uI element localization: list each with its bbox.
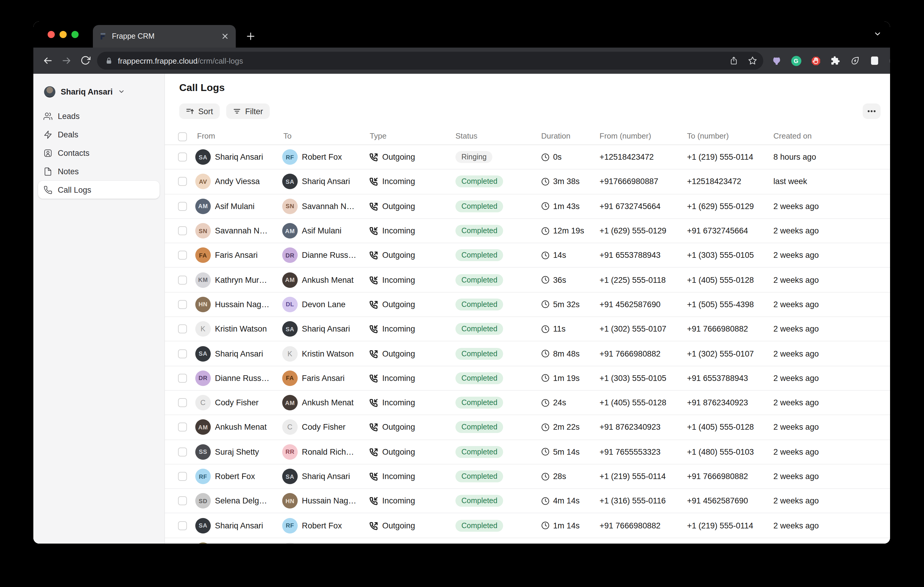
table-row[interactable]: C Cody Fisher AM Ankush Menat Incoming C… bbox=[165, 391, 890, 415]
row-checkbox[interactable] bbox=[178, 251, 187, 260]
row-checkbox[interactable] bbox=[178, 324, 187, 333]
outgoing-call-icon bbox=[369, 202, 378, 210]
forward-icon[interactable] bbox=[61, 55, 72, 66]
to-number: +1 (219) 555-0114 bbox=[687, 153, 753, 161]
to-avatar: AM bbox=[282, 395, 298, 410]
clock-icon bbox=[541, 497, 549, 505]
from-number: +917666980887 bbox=[599, 177, 658, 186]
kebab-horizontal-icon bbox=[868, 110, 876, 112]
table-row[interactable]: SA Shariq Ansari RF Robert Fox Outgoing … bbox=[165, 513, 890, 538]
sidebar-item-contacts[interactable]: Contacts bbox=[38, 144, 160, 162]
table-row[interactable]: KM Kathryn Mur… AM Ankush Menat Incoming… bbox=[165, 268, 890, 293]
sidebar-nav: LeadsDealsContactsNotesCall Logs bbox=[38, 107, 160, 199]
desktop: Frappe CRM bbox=[0, 0, 924, 587]
clock-icon bbox=[541, 423, 549, 431]
table-row[interactable]: AM Asif Mulani SN Savannah N… Outgoing C… bbox=[165, 194, 890, 219]
row-checkbox[interactable] bbox=[178, 177, 187, 186]
table-row[interactable]: SD Selena Delg… HN Hussain Nag… Incoming… bbox=[165, 489, 890, 513]
created-on: 2 weeks ago bbox=[773, 472, 819, 481]
table-row-partial[interactable] bbox=[165, 538, 890, 544]
clock-icon bbox=[541, 227, 549, 235]
row-checkbox[interactable] bbox=[178, 226, 187, 235]
call-duration: 36s bbox=[541, 275, 566, 284]
github-extension-icon[interactable] bbox=[771, 55, 782, 67]
extensions-puzzle-icon[interactable] bbox=[829, 55, 841, 67]
traffic-light-close-button[interactable] bbox=[48, 31, 55, 38]
row-checkbox[interactable] bbox=[178, 497, 187, 505]
grammarly-extension-icon[interactable]: G bbox=[790, 55, 802, 67]
reload-icon[interactable] bbox=[80, 55, 91, 66]
from-number: +91 4562587690 bbox=[599, 300, 660, 309]
row-checkbox[interactable] bbox=[178, 521, 187, 530]
from-name: Robert Fox bbox=[215, 472, 255, 481]
traffic-light-minimize-button[interactable] bbox=[59, 31, 67, 38]
more-options-button[interactable] bbox=[863, 104, 881, 119]
filter-button[interactable]: Filter bbox=[226, 104, 270, 119]
sort-icon bbox=[186, 107, 194, 115]
row-checkbox[interactable] bbox=[178, 423, 187, 432]
table-row[interactable]: AV Andy Viessa SA Shariq Ansari Incoming… bbox=[165, 170, 890, 194]
call-type: Incoming bbox=[369, 275, 415, 284]
profile-avatar[interactable] bbox=[888, 55, 890, 67]
back-icon[interactable] bbox=[42, 55, 53, 66]
leaf-extension-icon[interactable] bbox=[849, 55, 861, 67]
row-checkbox[interactable] bbox=[178, 300, 187, 309]
favicon bbox=[99, 32, 107, 40]
bookmark-star-icon[interactable] bbox=[748, 56, 757, 66]
sort-button[interactable]: Sort bbox=[179, 104, 220, 119]
from-name: Savannah N… bbox=[215, 226, 267, 235]
to-avatar: RF bbox=[282, 149, 298, 165]
row-checkbox[interactable] bbox=[178, 374, 187, 383]
share-icon[interactable] bbox=[729, 56, 738, 66]
traffic-light-zoom-button[interactable] bbox=[71, 31, 79, 38]
call-type: Outgoing bbox=[369, 153, 415, 161]
from-avatar bbox=[195, 543, 211, 544]
tab-search-chevron-icon[interactable] bbox=[873, 30, 882, 38]
sidebar-item-deals[interactable]: Deals bbox=[38, 125, 160, 143]
from-name: Cody Fisher bbox=[215, 398, 259, 407]
user-name: Shariq Ansari bbox=[61, 87, 113, 96]
row-checkbox[interactable] bbox=[178, 202, 187, 210]
table-row[interactable]: DR Dianne Russ… FA Faris Ansari Incoming… bbox=[165, 366, 890, 391]
row-checkbox[interactable] bbox=[178, 447, 187, 456]
incoming-call-icon bbox=[369, 472, 378, 481]
side-panel-icon[interactable] bbox=[869, 55, 881, 67]
table-row[interactable]: FA Faris Ansari DR Dianne Russ… Outgoing… bbox=[165, 243, 890, 268]
from-name: Shariq Ansari bbox=[215, 521, 263, 530]
select-all-checkbox[interactable] bbox=[178, 132, 187, 141]
to-number: +1 (480) 555-0103 bbox=[687, 447, 754, 456]
from-name: Suraj Shetty bbox=[215, 447, 259, 456]
table-row[interactable]: SS Suraj Shetty RR Ronald Rich… Outgoing… bbox=[165, 440, 890, 464]
row-checkbox[interactable] bbox=[178, 153, 187, 161]
table-row[interactable]: K Kristin Watson SA Shariq Ansari Incomi… bbox=[165, 317, 890, 342]
table-row[interactable]: SA Shariq Ansari K Kristin Watson Outgoi… bbox=[165, 342, 890, 367]
table-row[interactable]: SA Shariq Ansari RF Robert Fox Outgoing … bbox=[165, 145, 890, 170]
table-row[interactable]: HN Hussain Nag… DL Devon Lane Outgoing C… bbox=[165, 293, 890, 317]
browser-toolbar: frappecrm.frappe.cloud/crm/call-logs G bbox=[33, 48, 890, 74]
url-bar[interactable]: frappecrm.frappe.cloud/crm/call-logs bbox=[97, 52, 763, 69]
table-row[interactable]: SN Savannah N… AM Asif Mulani Incoming C… bbox=[165, 219, 890, 243]
adblock-extension-icon[interactable] bbox=[810, 55, 822, 67]
sidebar-item-label: Deals bbox=[58, 130, 78, 139]
tab-close-icon[interactable] bbox=[220, 31, 230, 41]
sidebar-item-call-logs[interactable]: Call Logs bbox=[38, 181, 160, 199]
row-checkbox[interactable] bbox=[178, 349, 187, 358]
call-duration: 28s bbox=[541, 472, 566, 481]
sidebar-item-leads[interactable]: Leads bbox=[38, 107, 160, 125]
clock-icon bbox=[541, 276, 549, 284]
from-number: +91 6732745664 bbox=[599, 202, 660, 210]
browser-tab[interactable]: Frappe CRM bbox=[93, 25, 236, 48]
new-tab-icon[interactable] bbox=[243, 28, 258, 44]
table-row[interactable]: AM Ankush Menat C Cody Fisher Outgoing C… bbox=[165, 415, 890, 440]
row-checkbox[interactable] bbox=[178, 275, 187, 284]
extensions-row: G bbox=[771, 48, 890, 74]
user-menu[interactable]: Shariq Ansari bbox=[44, 83, 158, 100]
sidebar-item-notes[interactable]: Notes bbox=[38, 162, 160, 180]
row-checkbox[interactable] bbox=[178, 398, 187, 407]
row-checkbox[interactable] bbox=[178, 472, 187, 481]
table-row[interactable]: RF Robert Fox SA Shariq Ansari Incoming … bbox=[165, 464, 890, 489]
from-avatar: SN bbox=[195, 223, 211, 238]
created-on: 2 weeks ago bbox=[773, 300, 819, 309]
from-avatar: DR bbox=[195, 370, 211, 386]
to-name: Cody Fisher bbox=[302, 423, 346, 432]
